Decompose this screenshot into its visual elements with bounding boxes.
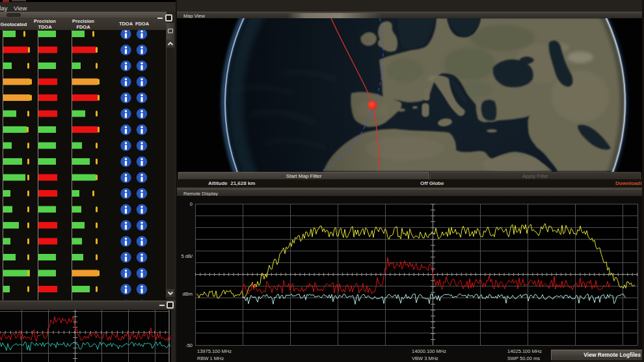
svg-text:VBW 3 MHz: VBW 3 MHz [412, 355, 438, 361]
svg-text:-50: -50 [185, 342, 193, 348]
svg-text:14025.100 MHz: 14025.100 MHz [507, 348, 542, 354]
svg-text:14000.100 MHz: 14000.100 MHz [412, 348, 446, 354]
svg-text:5 dB/: 5 dB/ [181, 253, 193, 259]
svg-text:SWP 50.00 ms: SWP 50.00 ms [507, 355, 540, 361]
svg-text:0: 0 [190, 201, 193, 207]
svg-text:RBW 1 MHz: RBW 1 MHz [197, 355, 224, 361]
svg-text:13975.100 MHz: 13975.100 MHz [197, 348, 232, 354]
svg-text:dBm: dBm [183, 291, 193, 297]
